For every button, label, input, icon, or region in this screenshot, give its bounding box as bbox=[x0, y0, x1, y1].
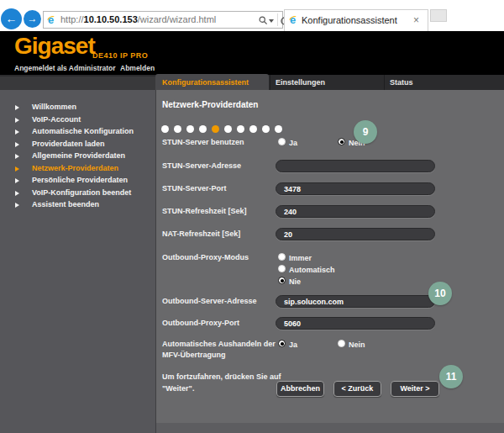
stun-refresh-input[interactable] bbox=[276, 205, 435, 218]
nav-left-strip bbox=[0, 77, 155, 90]
wizard-sidebar: Willkommen VoIP-Account Automatische Kon… bbox=[0, 90, 155, 433]
progress-dot bbox=[249, 125, 257, 133]
browser-forward-button[interactable]: → bbox=[24, 10, 41, 28]
outbound-mode-label: Outbound-Proxy-Modus bbox=[162, 253, 249, 261]
back-button[interactable]: < Zurück bbox=[333, 381, 381, 397]
sidebar-item-willkommen[interactable]: Willkommen bbox=[0, 103, 155, 114]
outbound-mode-option-automatisch[interactable]: Automatisch bbox=[289, 266, 335, 274]
tab-label: Konfigurationsassistent bbox=[162, 78, 249, 87]
outbound-address-label: Outbound-Server-Adresse bbox=[162, 297, 257, 305]
ie-page-icon: e bbox=[47, 16, 58, 27]
dtmf-option-ja[interactable]: Ja bbox=[289, 341, 297, 349]
dtmf-label-line1: Automatisches Aushandeln der bbox=[162, 340, 276, 348]
stun-address-input[interactable] bbox=[276, 160, 435, 172]
arrow-right-icon bbox=[15, 178, 19, 183]
app-header: Gigaset DE410 IP PRO Angemeldet als Admi… bbox=[0, 31, 504, 75]
progress-dot bbox=[199, 125, 207, 133]
stun-address-label: STUN-Server-Adresse bbox=[162, 161, 241, 170]
stun-use-option-ja[interactable]: Ja bbox=[289, 139, 297, 147]
progress-dot bbox=[186, 125, 194, 133]
proceed-note-line2: "Weiter". bbox=[162, 384, 194, 393]
logout-link[interactable]: Abmelden bbox=[120, 64, 155, 72]
next-button[interactable]: Weiter > bbox=[391, 381, 439, 397]
url-text[interactable]: http://10.10.50.153/wizard/wizard.html bbox=[60, 14, 216, 24]
arrow-right-icon bbox=[15, 129, 19, 135]
browser-back-button[interactable]: ← bbox=[1, 8, 22, 29]
footer-strip bbox=[156, 423, 504, 433]
arrow-right-icon bbox=[15, 118, 19, 123]
progress-dot bbox=[237, 125, 244, 133]
nat-refresh-label: NAT-Refreshzeit [Sek] bbox=[162, 230, 240, 238]
tab-status[interactable]: Status bbox=[390, 78, 413, 87]
page-title: Netzwerk-Providerdaten bbox=[162, 100, 258, 109]
progress-dot bbox=[224, 125, 232, 133]
tab-divider bbox=[384, 75, 385, 90]
dtmf-radio-ja[interactable] bbox=[278, 340, 286, 347]
sidebar-item-voip-account[interactable]: VoIP-Account bbox=[0, 115, 155, 127]
tab-konfigurationsassistent[interactable]: Konfigurationsassistent bbox=[155, 74, 269, 90]
dtmf-radio-nein[interactable] bbox=[338, 340, 345, 347]
arrow-right-icon bbox=[15, 154, 19, 159]
stun-use-radio-ja[interactable] bbox=[278, 138, 286, 145]
annotation-badge-10: 10 bbox=[428, 282, 452, 305]
gigaset-logo: Gigaset bbox=[14, 33, 95, 60]
cancel-button[interactable]: Abbrechen bbox=[276, 381, 324, 397]
stun-use-radio-nein[interactable] bbox=[338, 138, 345, 145]
outbound-mode-radio-nie[interactable] bbox=[278, 277, 286, 284]
progress-dot bbox=[174, 125, 181, 133]
outbound-mode-option-immer[interactable]: Immer bbox=[289, 254, 312, 262]
device-model: DE410 IP PRO bbox=[92, 51, 148, 60]
outbound-address-input[interactable] bbox=[276, 295, 435, 308]
divider bbox=[277, 13, 278, 26]
dtmf-option-nein[interactable]: Nein bbox=[349, 341, 365, 349]
tab-einstellungen[interactable]: Einstellungen bbox=[276, 78, 325, 87]
stun-port-input[interactable] bbox=[276, 182, 435, 195]
tab-divider bbox=[270, 75, 270, 90]
browser-toolbar: ← → e http://10.10.50.153/wizard/wizard.… bbox=[0, 0, 504, 31]
sidebar-item-persoenliche-providerdaten[interactable]: Persönliche Providerdaten bbox=[0, 176, 155, 187]
sidebar-item-providerdaten-laden[interactable]: Providerdaten laden bbox=[0, 140, 155, 151]
outbound-port-input[interactable] bbox=[276, 317, 435, 330]
stun-use-label: STUN-Server benutzen bbox=[162, 138, 244, 146]
dtmf-label-line2: MFV-Übertragung bbox=[162, 351, 226, 359]
progress-dot bbox=[275, 125, 282, 133]
sidebar-item-automatische-konfiguration[interactable]: Automatische Konfiguration bbox=[0, 127, 155, 139]
sidebar-item-allgemeine-providerdaten[interactable]: Allgemeine Providerdaten bbox=[0, 151, 155, 163]
chevron-down-icon[interactable] bbox=[269, 19, 274, 23]
arrow-right-icon bbox=[15, 166, 19, 172]
annotation-badge-11: 11 bbox=[439, 365, 463, 388]
sidebar-item-voip-konfiguration-beendet[interactable]: VoIP-Konfiguration beendet bbox=[0, 188, 155, 200]
arrow-right-icon bbox=[15, 105, 19, 110]
tab-close-icon[interactable]: × bbox=[413, 14, 419, 26]
sidebar-item-netzwerk-providerdaten[interactable]: Netzwerk-Providerdaten bbox=[0, 164, 155, 176]
login-status: Angemeldet als Administrator bbox=[14, 64, 116, 72]
arrow-right-icon bbox=[15, 203, 19, 208]
arrow-right-icon bbox=[15, 142, 19, 147]
sidebar-item-assistent-beenden[interactable]: Assistent beenden bbox=[0, 200, 155, 212]
outbound-mode-radio-immer[interactable] bbox=[278, 253, 286, 261]
proceed-note-line1: Um fortzufahren, drücken Sie auf bbox=[162, 372, 281, 381]
outbound-port-label: Outbound-Proxy-Port bbox=[162, 319, 239, 327]
outbound-mode-option-nie[interactable]: Nie bbox=[289, 277, 301, 286]
progress-dot-current bbox=[212, 125, 219, 133]
new-tab-button[interactable] bbox=[430, 9, 447, 22]
ie-tab-icon: e bbox=[289, 16, 300, 27]
progress-dot bbox=[262, 125, 270, 133]
arrow-right-icon bbox=[15, 191, 19, 196]
address-bar[interactable]: e http://10.10.50.153/wizard/wizard.html bbox=[43, 11, 283, 29]
stun-refresh-label: STUN-Refreshzeit [Sek] bbox=[162, 207, 247, 215]
browser-tab-title: Konfigurationsassistent bbox=[302, 15, 397, 25]
nat-refresh-input[interactable] bbox=[276, 228, 435, 240]
progress-dot bbox=[161, 125, 169, 133]
browser-tab[interactable]: e Konfigurationsassistent × bbox=[284, 9, 428, 31]
annotation-badge-9: 9 bbox=[354, 120, 377, 144]
stun-port-label: STUN-Server-Port bbox=[162, 184, 227, 193]
progress-dots bbox=[161, 121, 287, 136]
outbound-mode-radio-automatisch[interactable] bbox=[278, 265, 286, 272]
